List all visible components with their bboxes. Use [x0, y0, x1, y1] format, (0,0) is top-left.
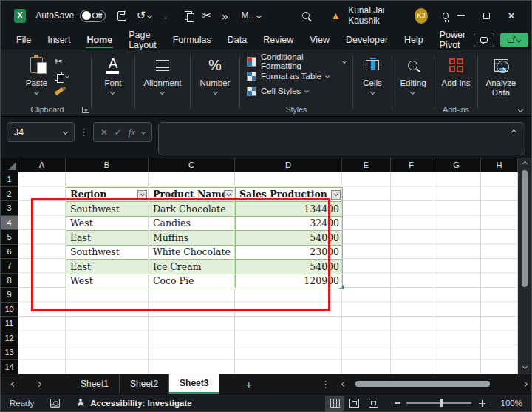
- horizontal-scroll-thumb[interactable]: [355, 381, 490, 387]
- add-sheet-button[interactable]: +: [239, 374, 258, 394]
- clipboard-dialog-launcher[interactable]: [82, 107, 89, 113]
- menu-tab-data[interactable]: Data: [219, 30, 255, 50]
- analyze-data-button[interactable]: Analyze Data: [485, 54, 517, 98]
- column-header-H[interactable]: H: [481, 158, 518, 172]
- menu-tab-home[interactable]: Home: [78, 30, 120, 50]
- comments-button[interactable]: [474, 33, 494, 47]
- zoom-slider[interactable]: [406, 402, 471, 404]
- vertical-scroll-thumb[interactable]: [522, 170, 528, 287]
- zoom-slider-thumb[interactable]: [440, 399, 443, 407]
- grid-cells[interactable]: RegionProduct NameSales ProductionSouthw…: [18, 172, 518, 374]
- document-menu[interactable]: M..: [242, 10, 262, 21]
- row-header-10[interactable]: 10: [1, 303, 18, 317]
- column-header-G[interactable]: G: [432, 158, 481, 172]
- menu-tab-developer[interactable]: Developer: [338, 30, 396, 50]
- scroll-up-icon[interactable]: [522, 161, 527, 166]
- column-header-D[interactable]: D: [235, 158, 342, 172]
- warning-icon[interactable]: ▲: [330, 10, 341, 21]
- avatar[interactable]: KJ: [415, 8, 428, 24]
- menu-tab-help[interactable]: Help: [396, 30, 432, 50]
- worksheet-grid[interactable]: ABCDEFGH 1234567891011121314 RegionProdu…: [1, 158, 518, 374]
- menu-tab-power-pivot[interactable]: Power Pivot: [432, 30, 474, 50]
- close-button[interactable]: ✕: [499, 5, 524, 26]
- cell-styles-button[interactable]: Cell Styles: [247, 85, 346, 97]
- editing-button[interactable]: Editing: [400, 54, 426, 94]
- sheet-tab-sheet3[interactable]: Sheet3: [169, 374, 219, 394]
- row-header-13[interactable]: 13: [1, 345, 18, 360]
- cut-icon[interactable]: ✂: [202, 9, 212, 22]
- maximize-button[interactable]: [474, 5, 499, 26]
- addins-button[interactable]: Add-ins: [442, 54, 471, 87]
- undo-button[interactable]: ↺: [137, 9, 152, 22]
- scroll-right-icon[interactable]: [522, 381, 528, 386]
- name-box[interactable]: J4: [7, 122, 75, 142]
- format-painter-button[interactable]: [55, 85, 69, 97]
- column-header-E[interactable]: E: [342, 158, 391, 172]
- row-header-7[interactable]: 7: [1, 259, 18, 274]
- page-layout-view-button[interactable]: [344, 396, 364, 411]
- formula-input[interactable]: [158, 122, 525, 155]
- menu-tab-page-layout[interactable]: Page Layout: [120, 30, 165, 50]
- format-as-table-button[interactable]: Format as Table: [247, 70, 346, 82]
- font-button[interactable]: A Font: [104, 54, 121, 94]
- number-button[interactable]: % Number: [200, 54, 231, 94]
- menu-tab-review[interactable]: Review: [255, 30, 301, 50]
- sheet-nav-left-button[interactable]: [1, 374, 26, 394]
- zoom-level[interactable]: 100%: [493, 399, 522, 408]
- zoom-in-button[interactable]: [479, 400, 485, 407]
- conditional-formatting-button[interactable]: Conditional Formatting: [247, 55, 346, 67]
- select-all-button[interactable]: [1, 158, 18, 172]
- cancel-entry-button[interactable]: ✕: [100, 127, 108, 138]
- row-header-1[interactable]: 1: [1, 172, 18, 187]
- menu-tab-view[interactable]: View: [301, 30, 338, 50]
- share-button[interactable]: [500, 33, 528, 47]
- row-header-6[interactable]: 6: [1, 245, 18, 260]
- row-header-12[interactable]: 12: [1, 331, 18, 346]
- confirm-entry-button[interactable]: ✓: [115, 127, 122, 138]
- lightbulb-icon[interactable]: [443, 13, 449, 19]
- column-header-A[interactable]: A: [18, 158, 66, 172]
- horizontal-scrollbar[interactable]: [338, 374, 531, 394]
- page-break-view-button[interactable]: [364, 396, 383, 411]
- insert-function-button[interactable]: fx: [129, 126, 135, 138]
- formula-bar-collapse-icon[interactable]: [511, 129, 516, 135]
- menu-tab-insert[interactable]: Insert: [39, 30, 78, 50]
- menu-tab-formulas[interactable]: Formulas: [165, 30, 219, 50]
- menu-tab-file[interactable]: File: [8, 30, 39, 50]
- excel-logo-icon[interactable]: X: [14, 9, 26, 23]
- scroll-down-icon[interactable]: [522, 364, 527, 369]
- filter-dropdown-icon[interactable]: [331, 190, 341, 200]
- row-header-5[interactable]: 5: [1, 230, 18, 245]
- row-header-2[interactable]: 2: [1, 187, 18, 202]
- vertical-scrollbar[interactable]: [518, 158, 531, 374]
- scroll-left-icon[interactable]: [341, 381, 347, 386]
- cells-button[interactable]: Cells: [363, 54, 382, 94]
- search-icon[interactable]: [302, 12, 310, 19]
- row-header-3[interactable]: 3: [1, 201, 18, 216]
- row-header-11[interactable]: 11: [1, 317, 18, 331]
- drag-handle-icon[interactable]: ⋮: [79, 126, 89, 138]
- normal-view-button[interactable]: [325, 396, 344, 411]
- column-header-F[interactable]: F: [391, 158, 432, 172]
- sheet-tab-sheet1[interactable]: Sheet1: [70, 374, 120, 394]
- zoom-out-button[interactable]: [395, 402, 400, 404]
- save-icon[interactable]: [117, 11, 126, 21]
- sheet-tab-sheet2[interactable]: Sheet2: [120, 374, 169, 394]
- row-header-14[interactable]: 14: [1, 360, 18, 375]
- quick-access-overflow[interactable]: »: [222, 10, 228, 22]
- alignment-button[interactable]: Alignment: [143, 54, 181, 94]
- user-name[interactable]: Kunal Jai Kaushik: [348, 5, 408, 26]
- row-header-8[interactable]: 8: [1, 274, 18, 288]
- column-header-B[interactable]: B: [66, 158, 149, 172]
- cut-button[interactable]: ✂: [55, 55, 69, 67]
- copy-button[interactable]: [55, 70, 69, 82]
- horizontal-scroll-track[interactable]: [349, 381, 519, 387]
- autosave-toggle[interactable]: Off: [80, 10, 106, 22]
- accessibility-status[interactable]: Accessibility: Investigate: [90, 399, 191, 408]
- minimize-button[interactable]: [449, 5, 474, 26]
- row-header-9[interactable]: 9: [1, 288, 18, 303]
- more-sheets-icon[interactable]: ⋮: [313, 374, 338, 394]
- copy-icon[interactable]: [185, 11, 191, 21]
- row-header-4[interactable]: 4: [1, 216, 18, 231]
- paste-button[interactable]: Paste: [26, 54, 47, 94]
